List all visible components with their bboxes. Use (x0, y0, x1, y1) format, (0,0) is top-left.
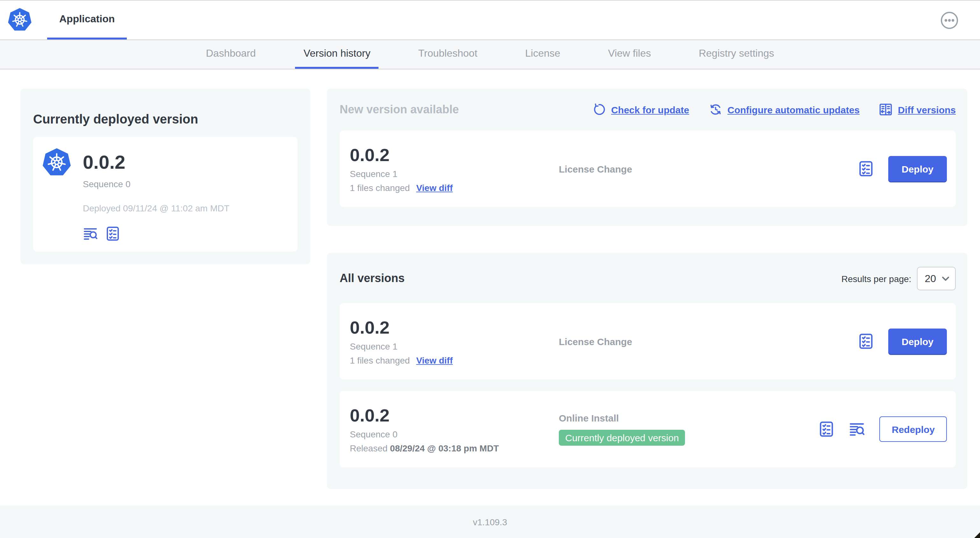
version-number: 0.0.2 (350, 405, 559, 425)
view-logs-icon[interactable] (849, 421, 865, 437)
new-version-panel: New version available Check for update C… (327, 89, 967, 226)
refresh-icon (592, 103, 606, 116)
ellipsis-menu-icon[interactable] (940, 11, 959, 30)
currently-deployed-details: 0.0.2 Sequence 0 Deployed 09/11/24 @ 11:… (83, 147, 229, 241)
right-column: New version available Check for update C… (327, 89, 967, 489)
released-timestamp: 08/29/24 @ 03:18 pm MDT (390, 443, 499, 453)
version-info: 0.0.2 Sequence 1 1 files changed View di… (350, 145, 559, 193)
currently-deployed-card: 0.0.2 Sequence 0 Deployed 09/11/24 @ 11:… (33, 137, 298, 251)
app-tab-label: Application (59, 13, 115, 25)
admin-console-page: Application Dashboard Version history Tr… (0, 0, 980, 538)
diff-versions-link[interactable]: Diff versions (879, 103, 956, 116)
version-source-label: License Change (559, 163, 858, 174)
diff-columns-icon (879, 103, 893, 116)
deployed-sequence: Sequence 0 (83, 179, 229, 189)
checklist-icon[interactable] (105, 226, 121, 241)
tab-registry-settings[interactable]: Registry settings (690, 40, 783, 69)
deployed-version-number: 0.0.2 (83, 147, 229, 178)
version-row: 0.0.2 Sequence 1 1 files changed View di… (340, 303, 956, 379)
console-version: v1.109.3 (473, 517, 507, 527)
checklist-icon[interactable] (858, 160, 874, 177)
results-per-page-value: 20 (924, 273, 936, 284)
checklist-icon[interactable] (818, 421, 835, 437)
version-actions: Deploy (858, 156, 947, 181)
tab-view-files[interactable]: View files (600, 40, 660, 69)
tab-dashboard[interactable]: Dashboard (197, 40, 264, 69)
currently-deployed-title: Currently deployed version (33, 112, 298, 126)
view-diff-link[interactable]: View diff (416, 355, 453, 365)
checklist-icon[interactable] (858, 333, 874, 349)
clock-refresh-icon (708, 103, 722, 116)
page-footer: v1.109.3 (0, 506, 980, 538)
tab-version-history[interactable]: Version history (295, 40, 379, 69)
app-header: Application (0, 1, 980, 40)
diff-versions-label: Diff versions (898, 104, 956, 115)
version-info: 0.0.2 Sequence 1 1 files changed View di… (350, 317, 559, 365)
files-changed-label: 1 files changed (350, 183, 410, 193)
version-number: 0.0.2 (350, 145, 559, 165)
version-source: License Change (559, 163, 858, 174)
version-source: Online Install Currently deployed versio… (559, 413, 818, 446)
tab-troubleshoot[interactable]: Troubleshoot (410, 40, 486, 69)
main-content: Currently deployed version 0.0.2 Sequenc… (0, 70, 980, 489)
version-sequence: Sequence 1 (350, 341, 559, 351)
version-number: 0.0.2 (350, 317, 559, 338)
version-sequence: Sequence 0 (350, 429, 559, 439)
files-changed-row: 1 files changed View diff (350, 183, 559, 193)
configure-automatic-updates-link[interactable]: Configure automatic updates (708, 103, 859, 116)
all-versions-panel: All versions Results per page: 20 0.0.2 … (327, 253, 967, 489)
version-info: 0.0.2 Sequence 0 Released 08/29/24 @ 03:… (350, 405, 559, 453)
chevron-down-icon (942, 276, 950, 281)
files-changed-label: 1 files changed (350, 355, 410, 365)
version-source-label: Online Install (559, 413, 818, 424)
deployed-timestamp: Deployed 09/11/24 @ 11:02 am MDT (83, 203, 229, 213)
check-for-update-label: Check for update (611, 104, 689, 115)
all-versions-header: All versions Results per page: 20 (340, 267, 956, 290)
version-source-label: License Change (559, 336, 858, 347)
kubernetes-logo-icon (7, 7, 32, 32)
all-versions-title: All versions (340, 272, 842, 285)
version-actions: Redeploy (818, 416, 947, 442)
new-version-actions: Check for update Configure automatic upd… (592, 103, 956, 116)
cursor-artifact (974, 532, 980, 538)
check-for-update-link[interactable]: Check for update (592, 103, 689, 116)
released-label: Released (350, 443, 387, 453)
new-version-card: 0.0.2 Sequence 1 1 files changed View di… (340, 130, 956, 207)
tab-license[interactable]: License (517, 40, 568, 69)
deployed-actions (83, 226, 229, 241)
app-tab-application[interactable]: Application (47, 1, 127, 40)
version-source: License Change (559, 336, 858, 347)
results-per-page-select[interactable]: 20 (917, 267, 956, 290)
new-version-title: New version available (340, 103, 592, 116)
app-subnav: Dashboard Version history Troubleshoot L… (0, 40, 980, 70)
configure-automatic-updates-label: Configure automatic updates (727, 104, 859, 115)
results-per-page-label: Results per page: (842, 273, 911, 284)
currently-deployed-badge: Currently deployed version (559, 430, 685, 446)
version-actions: Deploy (858, 329, 947, 354)
view-logs-icon[interactable] (83, 226, 98, 241)
view-diff-link[interactable]: View diff (416, 183, 453, 193)
files-changed-row: 1 files changed View diff (350, 355, 559, 365)
currently-deployed-panel: Currently deployed version 0.0.2 Sequenc… (21, 89, 310, 264)
kubernetes-logo-icon (41, 147, 72, 178)
version-row: 0.0.2 Sequence 0 Released 08/29/24 @ 03:… (340, 391, 956, 467)
released-row: Released 08/29/24 @ 03:18 pm MDT (350, 443, 559, 453)
deploy-button[interactable]: Deploy (888, 156, 947, 181)
redeploy-button[interactable]: Redeploy (880, 416, 947, 442)
version-sequence: Sequence 1 (350, 168, 559, 179)
new-version-header: New version available Check for update C… (340, 103, 956, 116)
results-per-page: Results per page: 20 (842, 267, 956, 290)
deploy-button[interactable]: Deploy (888, 329, 947, 354)
